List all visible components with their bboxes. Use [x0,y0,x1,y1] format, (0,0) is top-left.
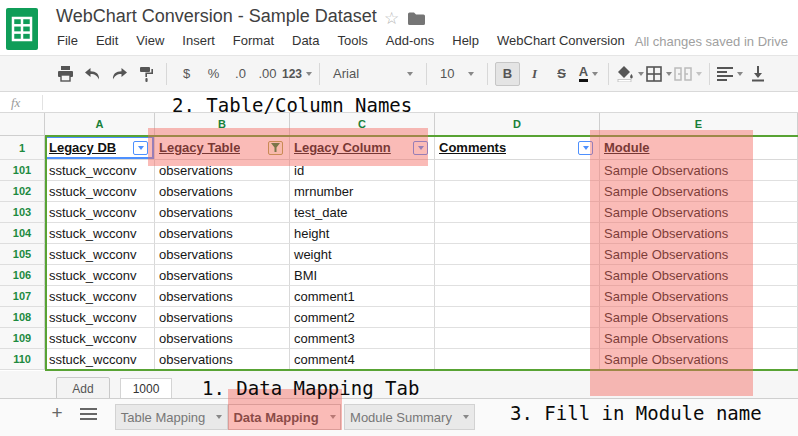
font-family-select[interactable]: Arial [327,62,419,86]
row-number[interactable]: 103 [0,202,45,223]
menu-item[interactable]: Tools [328,31,376,50]
cell-comments[interactable] [435,244,600,265]
cell-legacy-db[interactable]: sstuck_wcconv [45,328,155,349]
menu-item[interactable]: Add-ons [377,31,443,50]
cell-legacy-db[interactable]: sstuck_wcconv [45,223,155,244]
menu-item[interactable]: Data [283,31,328,50]
vertical-align-button[interactable] [745,62,770,86]
row-number[interactable]: 107 [0,286,45,307]
cell-module[interactable]: Sample Observations [600,181,798,202]
row-number[interactable]: 110 [0,349,45,370]
document-title[interactable]: WebChart Conversion - Sample Dataset [56,6,377,27]
row-number[interactable]: 101 [0,160,45,181]
bold-button[interactable]: B [495,62,520,86]
cell-module[interactable]: Sample Observations [600,202,798,223]
cell-module[interactable]: Sample Observations [600,160,798,181]
filter-active-funnel-icon[interactable] [268,141,283,155]
column-header-c[interactable]: C [290,113,435,135]
cell-legacy-table[interactable]: observations [155,349,290,370]
cell-comments[interactable] [435,328,600,349]
cell-legacy-db[interactable]: sstuck_wcconv [45,181,155,202]
cell-module[interactable]: Sample Observations [600,328,798,349]
cell-legacy-db[interactable]: sstuck_wcconv [45,349,155,370]
row-number[interactable]: 104 [0,223,45,244]
decrease-decimal-button[interactable]: .0 [228,62,253,86]
column-header-a[interactable]: A [45,113,155,135]
cell-legacy-column[interactable]: BMI [290,265,435,286]
cell-legacy-column[interactable]: mrnumber [290,181,435,202]
add-rows-count-input[interactable] [120,378,172,400]
cell-comments[interactable] [435,307,600,328]
cell-legacy-db[interactable]: sstuck_wcconv [45,265,155,286]
cell-legacy-column[interactable]: test_date [290,202,435,223]
cell-b1-legacy-table[interactable]: Legacy Table [155,136,290,160]
cell-legacy-table[interactable]: observations [155,328,290,349]
menu-item[interactable]: Insert [173,31,224,50]
cell-legacy-db[interactable]: sstuck_wcconv [45,160,155,181]
cell-legacy-column[interactable]: comment3 [290,328,435,349]
column-header-b[interactable]: B [155,113,290,135]
menu-item[interactable]: Format [224,31,283,50]
cell-legacy-table[interactable]: observations [155,202,290,223]
borders-button[interactable] [646,62,672,86]
cell-legacy-column[interactable]: height [290,223,435,244]
format-currency-button[interactable]: $ [174,62,199,86]
row-number[interactable]: 105 [0,244,45,265]
horizontal-align-button[interactable] [717,62,743,86]
cell-legacy-table[interactable]: observations [155,286,290,307]
cell-module[interactable]: Sample Observations [600,349,798,370]
row-number[interactable]: 109 [0,328,45,349]
all-sheets-icon[interactable] [80,408,97,421]
strikethrough-button[interactable]: S [549,62,574,86]
paint-format-icon[interactable] [134,62,159,86]
cell-module[interactable]: Sample Observations [600,307,798,328]
filter-dropdown-icon[interactable] [133,141,148,155]
row-number[interactable]: 106 [0,265,45,286]
row-number[interactable]: 108 [0,307,45,328]
format-percent-button[interactable]: % [201,62,226,86]
cell-legacy-db[interactable]: sstuck_wcconv [45,307,155,328]
folder-icon[interactable] [408,12,425,25]
merge-cells-button[interactable] [674,62,702,86]
menu-item[interactable]: Edit [87,31,127,50]
cell-legacy-column[interactable]: id [290,160,435,181]
text-color-button[interactable]: A [576,62,601,86]
cell-legacy-table[interactable]: observations [155,160,290,181]
cell-comments[interactable] [435,160,600,181]
cell-module[interactable]: Sample Observations [600,265,798,286]
star-icon[interactable]: ☆ [384,8,399,29]
column-header-e[interactable]: E [600,113,798,135]
italic-button[interactable]: I [522,62,547,86]
menu-item[interactable]: File [48,31,87,50]
cell-legacy-table[interactable]: observations [155,181,290,202]
tab-module-summary[interactable]: Module Summary [344,404,475,430]
row-number[interactable]: 1 [0,136,45,160]
column-header-d[interactable]: D [435,113,600,135]
filter-dropdown-icon[interactable] [578,141,593,155]
tab-data-mapping[interactable]: Data Mapping [228,404,341,430]
cell-d1-comments[interactable]: Comments [435,136,600,160]
cell-legacy-db[interactable]: sstuck_wcconv [45,244,155,265]
cell-comments[interactable] [435,286,600,307]
cell-module[interactable]: Sample Observations [600,244,798,265]
select-all-corner[interactable] [0,113,45,135]
cell-legacy-db[interactable]: sstuck_wcconv [45,286,155,307]
cell-legacy-db[interactable]: sstuck_wcconv [45,202,155,223]
cell-module[interactable]: Sample Observations [600,223,798,244]
redo-icon[interactable] [107,62,132,86]
menu-item[interactable]: View [127,31,173,50]
menu-item[interactable]: Help [443,31,488,50]
menu-item[interactable]: WebChart Conversion [488,31,634,50]
row-number[interactable]: 102 [0,181,45,202]
fill-color-button[interactable] [616,62,644,86]
cell-legacy-table[interactable]: observations [155,265,290,286]
cell-legacy-column[interactable]: comment4 [290,349,435,370]
add-sheet-icon[interactable]: + [46,402,68,424]
more-formats-button[interactable]: 123 [282,62,312,86]
cell-comments[interactable] [435,202,600,223]
filter-dropdown-icon[interactable] [413,141,428,155]
increase-decimal-button[interactable]: .00 [255,62,280,86]
cell-c1-legacy-column[interactable]: Legacy Column [290,136,435,160]
cell-legacy-table[interactable]: observations [155,244,290,265]
cell-e1-module[interactable]: Module [600,136,798,160]
